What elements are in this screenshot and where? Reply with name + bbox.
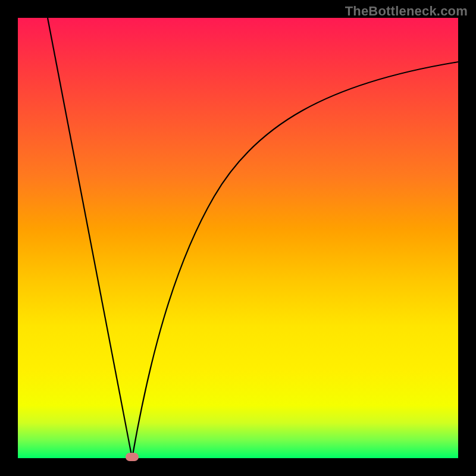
plot-area bbox=[18, 18, 458, 458]
bottleneck-curve bbox=[18, 18, 458, 458]
watermark-text: TheBottleneck.com bbox=[345, 4, 468, 19]
chart-frame: TheBottleneck.com bbox=[0, 0, 476, 476]
optimal-point-marker bbox=[126, 453, 139, 461]
